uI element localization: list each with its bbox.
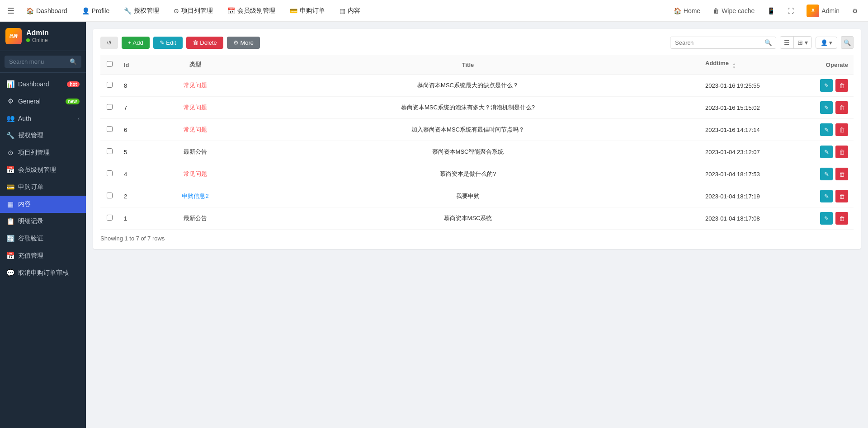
search-menu-input[interactable]	[9, 58, 70, 65]
sidebar-item-general[interactable]: ⚙ General new	[0, 93, 86, 110]
table-row: 1 最新公告 慕尚资本MSC系统 2023-01-04 18:17:08 ✎ 🗑	[100, 207, 854, 230]
sidebar-item-auth[interactable]: 👥 Auth ‹	[0, 110, 86, 127]
nav-item-profile[interactable]: 👤 Profile	[79, 5, 113, 16]
edit-button[interactable]: ✎ Edit	[153, 37, 183, 49]
select-all-checkbox[interactable]	[107, 61, 113, 67]
sidebar-item-dashboard[interactable]: 📊 Dashboard hot	[0, 75, 86, 93]
row-checkbox[interactable]	[107, 148, 113, 154]
nav-admin[interactable]: A Admin	[804, 3, 842, 19]
row-edit-button[interactable]: ✎	[820, 101, 833, 114]
row-edit-button[interactable]: ✎	[820, 123, 833, 136]
add-button[interactable]: + Add	[122, 37, 150, 49]
row-type[interactable]: 常见问题	[155, 97, 236, 119]
row-type[interactable]: 最新公告	[155, 141, 236, 163]
content-nav-icon: ▦	[340, 7, 345, 14]
row-addtime: 2023-01-04 23:12:07	[700, 141, 799, 163]
row-edit-button[interactable]: ✎	[820, 212, 833, 225]
nav-item-project-list[interactable]: ⊙ 项目列管理	[171, 5, 216, 17]
row-delete-button[interactable]: 🗑	[835, 101, 848, 114]
grid-view-button[interactable]: ⊞ ▾	[794, 37, 811, 48]
row-edit-button[interactable]: ✎	[820, 146, 833, 158]
row-operate: ✎ 🗑	[799, 207, 854, 230]
row-checkbox[interactable]	[107, 215, 113, 221]
hamburger-icon[interactable]: ☰	[7, 6, 14, 16]
row-id: 1	[118, 207, 155, 230]
refresh-button[interactable]: ↺	[100, 37, 118, 49]
row-delete-button[interactable]: 🗑	[835, 123, 848, 136]
row-delete-button[interactable]: 🗑	[835, 79, 848, 92]
project-icon: ⊙	[6, 149, 14, 157]
sidebar-item-detail-records[interactable]: 📋 明细记录	[0, 213, 86, 230]
th-id: Id	[118, 55, 155, 75]
row-checkbox[interactable]	[107, 126, 113, 132]
search-button[interactable]: 🔍	[761, 37, 776, 48]
sidebar-item-google-auth[interactable]: 🔄 谷歌验证	[0, 230, 86, 247]
row-delete-button[interactable]: 🗑	[835, 212, 848, 225]
nav-wipe-cache[interactable]: 🗑 Wipe cache	[710, 5, 757, 16]
sidebar-item-project[interactable]: ⊙ 项目列管理	[0, 144, 86, 161]
row-id: 7	[118, 97, 155, 119]
sidebar-item-auth-manage[interactable]: 🔧 授权管理	[0, 127, 86, 144]
advanced-search-button[interactable]: 🔍	[841, 36, 854, 49]
sidebar-item-cancel-subscription[interactable]: 💬 取消申购订单审核	[0, 264, 86, 282]
row-checkbox[interactable]	[107, 104, 113, 110]
top-navbar: ☰ 🏠 Dashboard 👤 Profile 🔧 授权管理 ⊙ 项目列管理 📅…	[0, 0, 868, 22]
toolbar: ↺ + Add ✎ Edit 🗑 Delete ⚙ More 🔍 ☰	[100, 36, 854, 49]
nav-item-subscription[interactable]: 💳 申购订单	[287, 5, 328, 17]
row-type[interactable]: 申购信息2	[155, 185, 236, 207]
row-edit-button[interactable]: ✎	[820, 168, 833, 180]
general-icon: ⚙	[6, 97, 14, 105]
nav-item-auth-manage[interactable]: 🔧 授权管理	[121, 5, 162, 17]
row-id: 2	[118, 185, 155, 207]
row-checkbox-cell	[100, 119, 118, 141]
list-view-button[interactable]: ☰	[780, 37, 793, 48]
row-operate: ✎ 🗑	[799, 75, 854, 97]
row-edit-button[interactable]: ✎	[820, 190, 833, 202]
sidebar-item-member-level[interactable]: 📅 会员级别管理	[0, 161, 86, 179]
more-button[interactable]: ⚙ More	[227, 37, 260, 49]
row-checkbox[interactable]	[107, 193, 113, 198]
row-title: 慕尚资本是做什么的?	[236, 163, 700, 185]
settings-icon: ⚙	[852, 7, 858, 14]
search-menu-container: 🔍	[0, 51, 86, 73]
brand-name: Admin	[26, 29, 49, 37]
columns-dropdown[interactable]: 👤 ▾	[816, 37, 837, 49]
row-title: 慕尚资本MSC系统	[236, 207, 700, 230]
nav-settings[interactable]: ⚙	[849, 5, 861, 16]
nav-item-dashboard[interactable]: 🏠 Dashboard	[24, 5, 70, 16]
table-row: 8 常见问题 慕尚资本MSC系统最大的缺点是什么？ 2023-01-16 19:…	[100, 75, 854, 97]
columns-icon: 👤	[821, 39, 828, 46]
wipe-cache-icon: 🗑	[713, 7, 719, 14]
main-content: ↺ + Add ✎ Edit 🗑 Delete ⚙ More 🔍 ☰	[86, 22, 868, 428]
table-row: 7 常见问题 慕尚资本MSC系统的泡沫有多大？消泡机制是什么? 2023-01-…	[100, 97, 854, 119]
row-checkbox[interactable]	[107, 170, 113, 176]
nav-mobile[interactable]: 📱	[764, 5, 778, 16]
member-level-icon: 📅	[6, 166, 14, 174]
search-menu-wrapper: 🔍	[5, 56, 81, 68]
search-box: 🔍	[670, 37, 776, 49]
nav-home[interactable]: 🏠 Home	[671, 5, 703, 16]
collapse-arrow-auth: ‹	[78, 116, 80, 121]
status-text: Online	[32, 37, 48, 43]
row-delete-button[interactable]: 🗑	[835, 190, 848, 202]
row-type[interactable]: 最新公告	[155, 207, 236, 230]
sidebar-item-recharge[interactable]: 📅 充值管理	[0, 247, 86, 264]
row-type[interactable]: 常见问题	[155, 163, 236, 185]
nav-fullscreen[interactable]: ⛶	[785, 5, 797, 16]
row-checkbox[interactable]	[107, 82, 113, 88]
row-delete-button[interactable]: 🗑	[835, 146, 848, 158]
member-level-nav-icon: 📅	[227, 7, 235, 14]
nav-item-content[interactable]: ▦ 内容	[337, 5, 363, 17]
sidebar-item-content[interactable]: ▦ 内容	[0, 196, 86, 213]
delete-button[interactable]: 🗑 Delete	[186, 37, 223, 49]
search-input[interactable]	[670, 37, 761, 48]
table-row: 2 申购信息2 我要申购 2023-01-04 18:17:19 ✎ 🗑	[100, 185, 854, 207]
row-edit-button[interactable]: ✎	[820, 79, 833, 92]
row-checkbox-cell	[100, 207, 118, 230]
row-delete-button[interactable]: 🗑	[835, 168, 848, 180]
row-type[interactable]: 常见问题	[155, 119, 236, 141]
row-title: 慕尚资本MSC智能聚合系统	[236, 141, 700, 163]
row-type[interactable]: 常见问题	[155, 75, 236, 97]
sidebar-item-subscription-order[interactable]: 💳 申购订单	[0, 179, 86, 196]
nav-item-member-level[interactable]: 📅 会员级别管理	[225, 5, 278, 17]
